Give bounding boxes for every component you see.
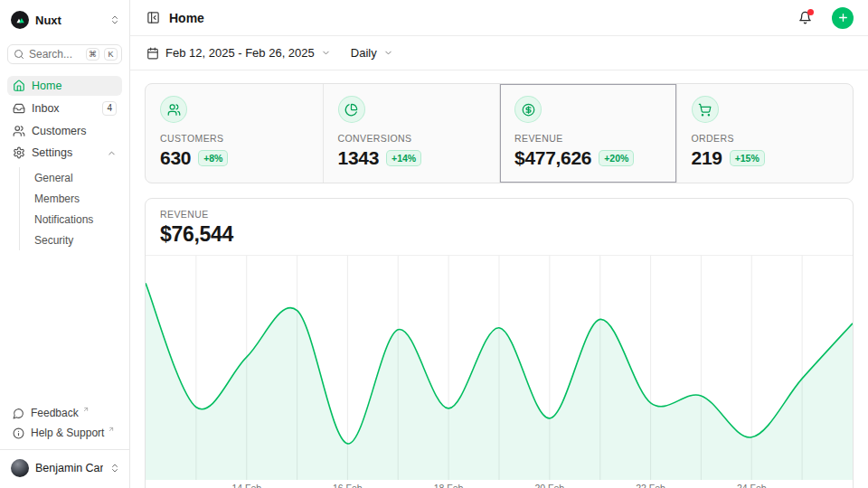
feedback-link[interactable]: Feedback xyxy=(7,404,122,422)
pie-chart-icon xyxy=(338,96,365,123)
notification-dot xyxy=(807,9,814,15)
settings-submenu: General Members Notifications Security xyxy=(19,167,122,250)
stat-value: 219 xyxy=(692,147,722,169)
user-menu[interactable]: Benjamin Canac xyxy=(7,457,122,479)
x-tick-label: 18 Feb xyxy=(434,483,464,488)
stat-value: $477,626 xyxy=(514,147,591,169)
sidebar-collapse-icon[interactable] xyxy=(146,11,160,24)
x-tick-label: 14 Feb xyxy=(231,483,261,488)
notifications-button[interactable] xyxy=(798,11,812,24)
sidebar-item-customers[interactable]: Customers xyxy=(7,121,122,141)
cart-icon xyxy=(692,96,719,123)
chevron-down-icon xyxy=(383,48,393,58)
sidebar-spacer xyxy=(7,250,122,404)
x-tick-label: 22 Feb xyxy=(636,483,665,488)
user-section: Benjamin Canac xyxy=(0,449,129,481)
stat-tile-revenue[interactable]: REVENUE $477,626 +20% xyxy=(499,84,676,183)
users-icon xyxy=(160,96,187,123)
stat-value: 630 xyxy=(160,147,191,169)
add-button[interactable] xyxy=(832,7,854,29)
page-title: Home xyxy=(169,11,204,25)
gear-icon xyxy=(13,146,25,159)
date-range-value: Feb 12, 2025 - Feb 26, 2025 xyxy=(165,46,315,60)
kbd-command: ⌘ xyxy=(86,48,99,61)
sidebar-item-label: Customers xyxy=(32,125,86,137)
sidebar-item-members[interactable]: Members xyxy=(33,188,122,209)
calendar-icon xyxy=(146,47,159,60)
chart-plot-area[interactable] xyxy=(146,256,853,480)
stat-delta-badge: +20% xyxy=(599,150,634,166)
user-name: Benjamin Canac xyxy=(35,462,103,474)
chat-bubble-icon xyxy=(13,408,24,419)
chevron-up-icon xyxy=(107,148,117,158)
revenue-area-chart xyxy=(146,256,853,480)
sidebar-item-notifications[interactable]: Notifications xyxy=(33,209,122,230)
sidebar-item-settings[interactable]: Settings xyxy=(7,143,122,163)
search-input[interactable]: Search... ⌘ K xyxy=(7,44,122,64)
chart-metric-value: $76,544 xyxy=(160,222,838,247)
inbox-count-badge: 4 xyxy=(102,101,117,116)
stat-delta-badge: +15% xyxy=(730,150,765,166)
sidebar-item-home[interactable]: Home xyxy=(7,76,122,96)
external-link-icon xyxy=(82,406,90,413)
users-icon xyxy=(13,125,25,137)
footer-link-label: Feedback xyxy=(31,407,79,419)
period-select[interactable]: Daily xyxy=(351,46,393,60)
chevrons-up-down-icon xyxy=(109,463,120,474)
sidebar-footer-links: Feedback Help & Support xyxy=(7,404,122,446)
kbd-k: K xyxy=(104,48,118,61)
avatar xyxy=(11,459,29,477)
info-icon xyxy=(13,427,24,439)
stat-label: CUSTOMERS xyxy=(160,133,308,144)
chevrons-up-down-icon xyxy=(109,14,120,25)
stat-tile-customers[interactable]: CUSTOMERS 630 +8% xyxy=(146,84,323,183)
nuxt-logo-icon xyxy=(11,11,29,29)
date-range-picker[interactable]: Feb 12, 2025 - Feb 26, 2025 xyxy=(146,46,331,60)
stat-label: ORDERS xyxy=(692,133,839,144)
x-tick-label: 24 Feb xyxy=(737,483,767,488)
help-support-link[interactable]: Help & Support xyxy=(7,424,122,442)
stat-label: CONVERSIONS xyxy=(338,133,486,144)
stat-delta-badge: +8% xyxy=(198,150,228,166)
search-icon xyxy=(14,49,24,60)
dashboard-content: CUSTOMERS 630 +8% CONVERSIONS 1343 +14% xyxy=(130,70,868,488)
workspace-name: Nuxt xyxy=(35,14,103,27)
sidebar-item-security[interactable]: Security xyxy=(33,230,122,250)
filters-toolbar: Feb 12, 2025 - Feb 26, 2025 Daily xyxy=(130,36,868,70)
dollar-circle-icon xyxy=(514,96,542,123)
main-area: Home Feb 12, 2025 - Feb 26, 2025 Daily xyxy=(130,0,868,488)
sidebar-item-general[interactable]: General xyxy=(33,167,122,188)
x-tick-label: 20 Feb xyxy=(535,483,565,488)
stat-tile-orders[interactable]: ORDERS 219 +15% xyxy=(676,84,854,183)
chart-header: REVENUE $76,544 xyxy=(146,199,853,256)
sidebar-item-label: Settings xyxy=(32,146,72,159)
sidebar-item-label: Home xyxy=(32,80,61,92)
x-tick-label: 16 Feb xyxy=(333,483,363,488)
home-icon xyxy=(13,80,25,92)
chevron-down-icon xyxy=(321,48,331,58)
stat-delta-badge: +14% xyxy=(386,150,421,166)
chart-x-ticks: 14 Feb16 Feb18 Feb20 Feb22 Feb24 Feb xyxy=(146,480,853,488)
stat-value: 1343 xyxy=(338,147,380,169)
sidebar-nav: Home Inbox 4 Customers Settings Gener xyxy=(7,76,122,250)
search-placeholder: Search... xyxy=(29,48,81,61)
footer-link-label: Help & Support xyxy=(31,427,104,439)
external-link-icon xyxy=(108,426,115,433)
sidebar: Nuxt Search... ⌘ K Home Inbox 4 xyxy=(0,0,130,488)
main-header: Home xyxy=(130,0,868,36)
chart-metric-label: REVENUE xyxy=(160,209,838,220)
stat-tile-conversions[interactable]: CONVERSIONS 1343 +14% xyxy=(323,84,500,183)
period-value: Daily xyxy=(351,46,377,60)
sidebar-item-label: Inbox xyxy=(32,102,60,115)
stat-label: REVENUE xyxy=(514,133,662,144)
sidebar-item-inbox[interactable]: Inbox 4 xyxy=(7,98,122,119)
inbox-icon xyxy=(13,102,25,115)
workspace-switcher[interactable]: Nuxt xyxy=(7,7,122,33)
stats-panel: CUSTOMERS 630 +8% CONVERSIONS 1343 +14% xyxy=(145,83,854,183)
revenue-chart-card: REVENUE $76,544 14 Feb16 Feb18 Feb20 Feb… xyxy=(145,198,854,488)
